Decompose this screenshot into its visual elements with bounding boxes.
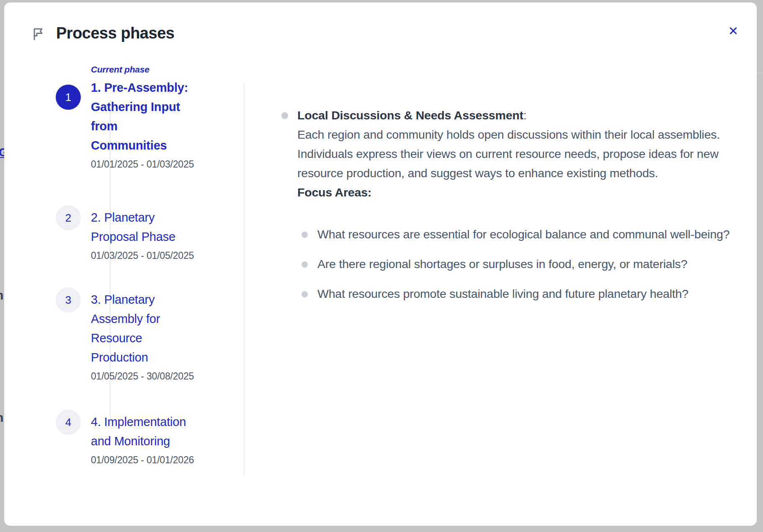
details-bullet-item: Local Discussions & Needs Assessment: Ea… xyxy=(281,106,760,303)
phase-step-2-dates: 01/03/2025 - 01/05/2025 xyxy=(91,250,196,261)
underlying-link-fragment: G xyxy=(0,146,4,159)
phase-step-2-title[interactable]: 2. Planetary Proposal Phase xyxy=(91,208,196,246)
phase-step-1-title[interactable]: 1. Pre-Assembly: Gathering Input from Co… xyxy=(91,78,196,155)
close-icon[interactable]: ✕ xyxy=(724,22,742,40)
underlying-text-fragment: n xyxy=(0,288,3,302)
bullet-dot xyxy=(302,291,308,297)
phase-step-3-dates: 01/05/2025 - 30/08/2025 xyxy=(91,371,196,382)
phase-step-4[interactable]: 4 4. Implementation and Monitoring 01/09… xyxy=(50,412,196,466)
phase-step-1-indicator: 1 xyxy=(56,85,81,110)
phase-step-3-title[interactable]: 3. Planetary Assembly for Resource Produ… xyxy=(91,290,196,367)
phase-step-4-title[interactable]: 4. Implementation and Monitoring xyxy=(91,412,196,451)
phase-step-1-dates: 01/01/2025 - 01/03/2025 xyxy=(91,159,196,170)
phase-details-panel: Local Discussions & Needs Assessment: Ea… xyxy=(281,106,760,314)
focus-areas-list: What resources are essential for ecologi… xyxy=(297,225,760,303)
page-backdrop: G n n Process phases ✕ 1 Current phase 1… xyxy=(0,0,763,532)
focus-area-text: What resources promote sustainable livin… xyxy=(317,287,688,300)
current-phase-badge: Current phase xyxy=(91,65,196,75)
focus-area-item: What resources are essential for ecologi… xyxy=(297,225,760,244)
process-phases-modal: Process phases ✕ 1 Current phase 1. Pre-… xyxy=(4,3,757,526)
phase-step-3-indicator: 3 xyxy=(56,287,81,312)
phase-step-2-indicator: 2 xyxy=(56,205,81,230)
modal-header: Process phases xyxy=(32,24,174,42)
focus-area-item: What resources promote sustainable livin… xyxy=(297,284,760,303)
bullet-dot xyxy=(281,112,288,119)
details-text-block: Local Discussions & Needs Assessment: Ea… xyxy=(297,106,760,202)
phase-step-3[interactable]: 3 3. Planetary Assembly for Resource Pro… xyxy=(50,290,196,382)
flag-icon xyxy=(32,26,47,41)
bullet-dot xyxy=(302,232,308,238)
phase-step-1[interactable]: 1 Current phase 1. Pre-Assembly: Gatheri… xyxy=(50,65,196,170)
focus-area-text: Are there regional shortages or surpluse… xyxy=(317,257,687,271)
underlying-text-fragment: n xyxy=(0,411,3,425)
bullet-dot xyxy=(302,261,308,268)
details-description: Each region and community holds open dis… xyxy=(297,128,720,180)
underlying-divider-fragment xyxy=(757,72,763,73)
details-heading: Local Discussions & Needs Assessment xyxy=(297,108,523,122)
focus-area-item: Are there regional shortages or surpluse… xyxy=(297,254,760,274)
focus-area-text: What resources are essential for ecologi… xyxy=(317,227,729,241)
phase-step-4-indicator: 4 xyxy=(56,410,81,435)
modal-title: Process phases xyxy=(56,24,174,42)
focus-areas-heading: Focus Areas: xyxy=(297,183,760,202)
backdrop-left-strip: G n n xyxy=(0,0,4,532)
phase-step-2[interactable]: 2 2. Planetary Proposal Phase 01/03/2025… xyxy=(50,208,196,261)
column-divider xyxy=(244,83,245,476)
phase-step-4-dates: 01/09/2025 - 01/01/2026 xyxy=(91,455,196,466)
details-heading-colon: : xyxy=(523,108,527,122)
